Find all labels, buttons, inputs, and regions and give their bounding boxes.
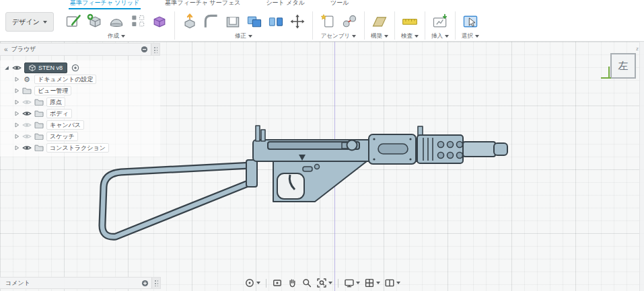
visibility-eye-icon[interactable]: [22, 110, 32, 117]
assemble-icons: [318, 10, 359, 32]
collapse-panel-icon[interactable]: «: [4, 46, 8, 53]
visibility-eye-icon[interactable]: [12, 65, 22, 71]
move-icon[interactable]: [287, 11, 308, 32]
grid-layout-icon: [364, 278, 375, 288]
insert-group: 挿入: [430, 10, 450, 40]
look-at-button[interactable]: [271, 277, 284, 289]
primitive-box-icon[interactable]: [85, 11, 105, 32]
design-menu-label: デザイン: [12, 17, 40, 27]
model-barrel[interactable]: [463, 142, 507, 157]
model-barrel-shroud[interactable]: [417, 126, 463, 163]
insert-icon[interactable]: [430, 11, 450, 32]
panel-drag-handle[interactable]: [151, 278, 160, 288]
inspect-icons: [400, 10, 420, 32]
visibility-eye-icon[interactable]: [22, 99, 32, 106]
tree-collapsed-icon[interactable]: [14, 134, 20, 139]
create-group-label: 作成: [108, 32, 119, 40]
tree-collapsed-icon[interactable]: [14, 122, 20, 128]
construct-dropdown[interactable]: 構築: [371, 32, 388, 40]
browser-item-bodies[interactable]: ボディ: [0, 108, 160, 119]
pan-button[interactable]: [285, 277, 299, 289]
joint-icon[interactable]: [339, 11, 359, 32]
inspect-dropdown[interactable]: 検査: [401, 32, 419, 40]
minimize-panel-icon[interactable]: [141, 46, 148, 53]
primitive-cylinder-icon[interactable]: [106, 11, 127, 32]
new-component-icon[interactable]: [318, 11, 338, 32]
visibility-eye-icon[interactable]: [22, 144, 32, 151]
comments-panel[interactable]: コメント: [0, 277, 161, 289]
canvas-scrollbar[interactable]: [639, 42, 644, 291]
select-group: 選択: [460, 10, 480, 40]
browser-root-row[interactable]: STEN v8: [0, 62, 160, 73]
create-sketch-icon[interactable]: [63, 11, 83, 32]
create-form-icon[interactable]: [149, 11, 170, 32]
select-icon[interactable]: [460, 11, 480, 32]
browser-title: ブラウザ: [11, 45, 36, 54]
measure-icon[interactable]: [400, 11, 420, 32]
panel-drag-handle[interactable]: [151, 44, 159, 55]
model-trigger-group[interactable]: [273, 161, 367, 202]
orbit-button[interactable]: [243, 277, 262, 289]
browser-item-construction[interactable]: コンストラクション: [0, 142, 160, 153]
browser-item-label: コンストラクション: [46, 143, 109, 153]
viewcube[interactable]: 左: [610, 53, 636, 79]
tree-collapsed-icon[interactable]: [14, 99, 20, 105]
create-dropdown[interactable]: 作成: [108, 32, 125, 40]
tab-tools[interactable]: ツール: [329, 0, 350, 9]
tab-solid[interactable]: 基準フィーチャ ソリッド: [69, 0, 141, 9]
press-pull-icon[interactable]: [180, 11, 200, 32]
tab-surface[interactable]: 基準フィーチャ サーフェス: [164, 0, 242, 9]
zoom-button[interactable]: [300, 277, 314, 289]
browser-header[interactable]: « ブラウザ: [0, 43, 160, 56]
construction-plane-icon[interactable]: [369, 11, 390, 32]
tree-collapsed-icon[interactable]: [14, 111, 20, 116]
chevron-down-icon: [352, 35, 356, 38]
viewports-button[interactable]: [383, 277, 402, 289]
nav-separator: [338, 279, 338, 288]
grid-layout-button[interactable]: [363, 277, 382, 289]
assemble-dropdown[interactable]: アセンブリ: [321, 32, 357, 40]
offset-face-icon[interactable]: [266, 11, 286, 32]
expand-panel-icon[interactable]: [141, 280, 149, 287]
model-magazine-housing[interactable]: [369, 134, 416, 164]
browser-item-origin[interactable]: 原点: [0, 96, 160, 108]
root-component-chip[interactable]: STEN v8: [24, 63, 67, 73]
visibility-eye-icon[interactable]: [22, 122, 32, 128]
browser-item-view-management[interactable]: ビュー管理: [0, 85, 160, 96]
visibility-eye-icon[interactable]: [22, 133, 32, 140]
tree-collapsed-icon[interactable]: [14, 88, 20, 93]
toolbar-tab-bar: 基準フィーチャ ソリッド 基準フィーチャ サーフェス シート メタル ツール: [0, 0, 644, 9]
combine-icon[interactable]: [244, 11, 264, 32]
viewcube-green-axis-vertical: [608, 67, 610, 77]
modify-dropdown[interactable]: 修正: [235, 32, 252, 40]
tab-label: シート メタル: [266, 0, 305, 6]
insert-dropdown[interactable]: 挿入: [431, 32, 449, 40]
tree-expanded-icon[interactable]: [4, 65, 9, 71]
pattern-icon[interactable]: [128, 11, 148, 32]
viewport-canvas[interactable]: « ブラウザ STEN v8 ⚙: [0, 42, 644, 291]
fit-button[interactable]: [315, 277, 334, 289]
chevron-down-icon: [121, 35, 125, 38]
folder-icon: [34, 121, 44, 128]
browser-item-document-settings[interactable]: ⚙ ドキュメントの設定: [0, 73, 160, 85]
pan-icon: [287, 278, 297, 288]
folder-icon: [22, 87, 32, 94]
tab-sheet-metal[interactable]: シート メタル: [264, 0, 306, 9]
shell-icon[interactable]: [223, 11, 243, 32]
select-dropdown[interactable]: 選択: [462, 32, 479, 40]
fillet-icon[interactable]: [201, 11, 221, 32]
display-settings-button[interactable]: [343, 277, 361, 289]
viewcube-z-axis-label: z: [636, 46, 639, 52]
browser-item-sketches[interactable]: スケッチ: [0, 130, 160, 142]
model-stock[interactable]: [102, 160, 257, 237]
tree-collapsed-icon[interactable]: [14, 145, 20, 151]
select-icons: [460, 10, 480, 32]
tree-collapsed-icon[interactable]: [14, 77, 20, 82]
toolbar-separator: [394, 11, 395, 40]
chevron-down-icon: [396, 282, 400, 284]
design-menu-button[interactable]: デザイン: [5, 12, 54, 32]
activate-component-icon[interactable]: [71, 64, 79, 72]
nav-separator: [266, 279, 266, 288]
browser-item-canvases[interactable]: キャンバス: [0, 119, 160, 130]
insert-icons: [430, 10, 450, 32]
